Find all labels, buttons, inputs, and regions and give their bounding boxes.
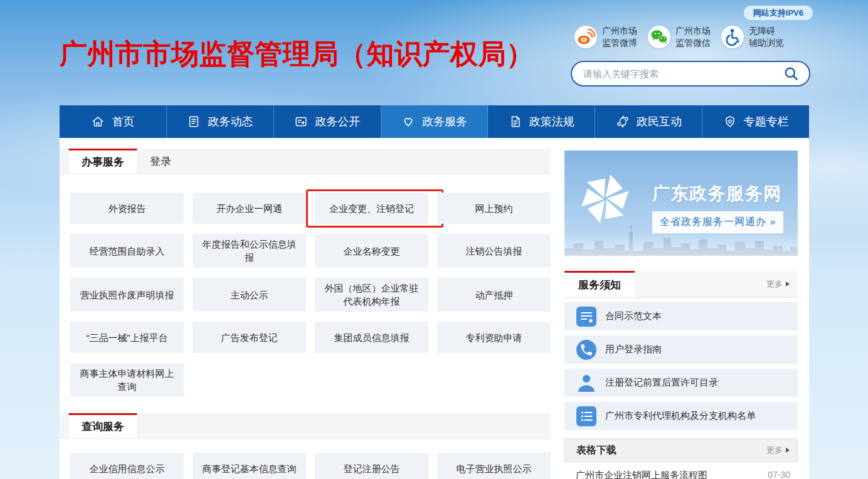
nav-label: 政务动态 <box>208 114 253 129</box>
service-button[interactable]: 商事主体申请材料网上查询 <box>70 363 184 397</box>
downloads-more-link[interactable]: 更多 <box>766 445 790 456</box>
more-label: 更多 <box>766 445 783 456</box>
service-button[interactable]: 网上预约 <box>437 192 551 224</box>
download-item-date: 07-30 <box>768 470 790 479</box>
nav-label: 政务服务 <box>422 114 467 129</box>
contract-doc-icon <box>575 307 598 327</box>
tab-service-hall[interactable]: 办事服务 <box>68 149 137 174</box>
notice-item-label: 合同示范文本 <box>605 310 662 322</box>
service-button[interactable]: “三品一械”上报平台 <box>70 322 184 353</box>
query-button[interactable]: 企业信用信息公示 <box>70 453 184 479</box>
query-button[interactable]: 电子营业执照公示 <box>437 453 551 479</box>
service-button[interactable]: 外国（地区）企业常驻代表机构年报 <box>315 278 428 312</box>
notice-item-label: 广州市专利代理机构及分支机构名单 <box>605 410 756 422</box>
search-input[interactable] <box>583 68 783 79</box>
notice-item-label: 用户登录指南 <box>605 344 662 355</box>
service-button[interactable]: 主动公示 <box>193 278 306 312</box>
downloads-title: 表格下载 <box>576 444 617 457</box>
wechat-label: 广州市场监管微信 <box>675 25 711 49</box>
service-grid: 外资报告 开办企业一网通 企业变更、注销登记 网上预约 经营范围自助录入 年度报… <box>60 174 551 397</box>
service-button-highlighted[interactable]: 企业变更、注销登记 <box>315 192 428 224</box>
notice-list: 合同示范文本 用户登录指南 注册登记前置后置许可目录 <box>564 302 798 430</box>
notice-header: 服务须知 更多 <box>564 271 798 298</box>
service-button[interactable]: 外资报告 <box>70 192 184 224</box>
downloads-header: 表格下载 更多 <box>564 438 798 462</box>
service-button[interactable]: 营业执照作废声明填报 <box>70 278 184 312</box>
weibo-link[interactable]: 广州市场监管微博 <box>574 25 637 49</box>
more-arrow-icon <box>786 282 790 287</box>
nav-label: 首页 <box>112 114 134 129</box>
gd-gov-service-banner[interactable]: 广东政务服务网 全省政务服务一网通办 » <box>564 150 798 256</box>
nav-item-news[interactable]: 政务动态 <box>167 105 274 138</box>
query-button[interactable]: 商事登记基本信息查询 <box>193 453 306 479</box>
person-icon <box>575 372 598 394</box>
query-grid: 企业信用信息公示 商事登记基本信息查询 登记注册公告 电子营业执照公示 <box>60 439 551 479</box>
tab-login[interactable]: 登录 <box>137 149 184 174</box>
banner-title: 广东政务服务网 <box>652 182 782 206</box>
disclosure-icon <box>294 115 308 129</box>
notice-item[interactable]: 注册登记前置后置许可目录 <box>564 369 798 397</box>
service-button[interactable]: 开办企业一网通 <box>193 192 306 224</box>
tab-service-notice[interactable]: 服务须知 <box>564 271 635 297</box>
nav-label: 政务公开 <box>315 114 360 129</box>
service-button[interactable]: 专利资助申请 <box>437 322 551 353</box>
more-arrow-icon <box>786 448 790 453</box>
special-icon <box>723 115 737 129</box>
law-icon <box>509 115 522 129</box>
notice-item[interactable]: 用户登录指南 <box>564 335 798 364</box>
service-label: 企业变更、注销登记 <box>329 202 414 215</box>
list-icon <box>575 406 598 426</box>
search-bar <box>571 61 810 87</box>
interaction-icon <box>616 115 630 129</box>
search-icon[interactable] <box>783 65 800 83</box>
phone-icon <box>575 340 598 360</box>
nav-item-disclosure[interactable]: 政务公开 <box>274 105 381 138</box>
ipv6-badge: 网站支持IPV6 <box>744 6 813 20</box>
social-links: 广州市场监管微博 广州市场监管微信 <box>574 25 784 49</box>
tab-query-service[interactable]: 查询服务 <box>68 413 137 438</box>
main-panel: 办事服务 登录 外资报告 开办企业一网通 企业变更、注销登记 网上预约 经营范围… <box>60 149 551 479</box>
main-navigation: 首页 政务动态 政务公开 政务服务 <box>60 105 809 138</box>
pinwheel-logo <box>578 172 632 226</box>
service-button[interactable]: 广告发布登记 <box>193 322 306 353</box>
wechat-icon <box>648 26 670 48</box>
download-item[interactable]: 广州市企业注销网上服务流程图 07-30 <box>564 470 798 479</box>
query-tabstrip: 查询服务 <box>60 413 551 439</box>
weibo-icon <box>574 26 597 48</box>
nav-item-special[interactable]: 专题专栏 <box>702 105 809 138</box>
accessibility-icon <box>721 26 744 48</box>
notice-item[interactable]: 广州市专利代理机构及分支机构名单 <box>564 402 798 430</box>
service-tabstrip: 办事服务 登录 <box>60 149 551 174</box>
download-item-label: 广州市企业注销网上服务流程图 <box>576 470 707 479</box>
sidebar: 广东政务服务网 全省政务服务一网通办 » 服务须知 更多 合同示范文本 <box>564 150 798 479</box>
service-button[interactable]: 动产抵押 <box>437 278 551 312</box>
notice-item-label: 注册登记前置后置许可目录 <box>605 377 718 389</box>
wechat-link[interactable]: 广州市场监管微信 <box>648 25 711 49</box>
accessibility-link[interactable]: 无障碍辅助浏览 <box>721 25 784 49</box>
home-icon <box>91 115 105 129</box>
weibo-label: 广州市场监管微博 <box>602 25 637 49</box>
nav-label: 政民互动 <box>637 114 682 129</box>
service-button[interactable]: 注销公告填报 <box>437 234 551 268</box>
service-button[interactable]: 企业名称变更 <box>315 234 428 268</box>
accessibility-label: 无障碍辅助浏览 <box>749 25 784 49</box>
notice-item[interactable]: 合同示范文本 <box>564 302 798 330</box>
news-icon <box>187 115 201 129</box>
heart-icon <box>401 115 415 129</box>
nav-item-services[interactable]: 政务服务 <box>381 105 489 138</box>
banner-subtitle: 全省政务服务一网通办 » <box>652 211 783 233</box>
service-button[interactable]: 集团成员信息填报 <box>315 322 428 353</box>
nav-item-law[interactable]: 政策法规 <box>488 105 595 138</box>
more-label: 更多 <box>766 278 783 290</box>
notice-more-link[interactable]: 更多 <box>766 271 790 297</box>
site-title: 广州市市场监督管理局（知识产权局） <box>60 36 534 73</box>
nav-label: 专题专栏 <box>744 114 789 129</box>
query-button[interactable]: 登记注册公告 <box>315 453 428 479</box>
nav-item-interaction[interactable]: 政民互动 <box>595 105 702 138</box>
service-button[interactable]: 年度报告和公示信息填报 <box>193 234 306 268</box>
nav-label: 政策法规 <box>529 114 574 129</box>
nav-item-home[interactable]: 首页 <box>60 105 167 138</box>
service-button[interactable]: 经营范围自助录入 <box>70 234 184 268</box>
